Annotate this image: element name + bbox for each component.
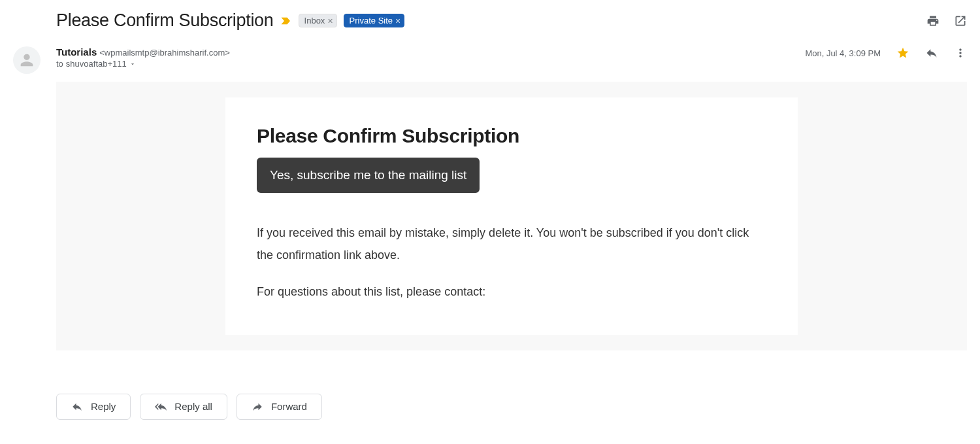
forward-icon xyxy=(252,401,263,413)
chevron-down-icon[interactable] xyxy=(129,61,136,67)
email-header: Please Confirm Subscription Inbox × Priv… xyxy=(13,10,967,31)
close-icon[interactable]: × xyxy=(327,16,333,26)
print-icon[interactable] xyxy=(926,14,939,27)
email-date: Mon, Jul 4, 3:09 PM xyxy=(805,48,881,58)
open-in-new-icon[interactable] xyxy=(954,14,967,27)
reply-all-label: Reply all xyxy=(174,401,212,412)
reply-all-button[interactable]: Reply all xyxy=(140,394,227,420)
sender-email: <wpmailsmtp@ibrahimsharif.com> xyxy=(99,48,230,58)
body-title: Please Confirm Subscription xyxy=(257,125,766,147)
to-recipient: shuvoaftab+111 xyxy=(66,59,127,69)
important-marker-icon[interactable] xyxy=(280,15,292,27)
label-chip-private-site[interactable]: Private Site × xyxy=(344,14,405,27)
to-prefix: to xyxy=(56,59,63,69)
reply-all-icon xyxy=(155,401,167,413)
reply-label: Reply xyxy=(91,401,116,412)
reply-actions-row: Reply Reply all Forward xyxy=(56,394,967,420)
forward-button[interactable]: Forward xyxy=(237,394,322,420)
body-paragraph-2: For questions about this list, please co… xyxy=(257,281,766,303)
reply-icon[interactable] xyxy=(925,46,938,60)
forward-label: Forward xyxy=(271,401,307,412)
label-chip-inbox[interactable]: Inbox × xyxy=(299,14,337,27)
more-vert-icon[interactable] xyxy=(954,46,967,60)
sender-name: Tutorials xyxy=(56,46,97,58)
email-subject: Please Confirm Subscription xyxy=(56,10,274,31)
avatar[interactable] xyxy=(13,46,41,74)
body-paragraph-1: If you received this email by mistake, s… xyxy=(257,222,766,266)
star-icon[interactable] xyxy=(896,46,909,60)
email-body-panel: Please Confirm Subscription Yes, subscri… xyxy=(56,82,967,350)
reply-button[interactable]: Reply xyxy=(56,394,131,420)
reply-icon xyxy=(71,401,83,413)
label-chip-text: Inbox xyxy=(304,16,325,26)
label-chip-text: Private Site xyxy=(350,16,393,26)
close-icon[interactable]: × xyxy=(395,16,400,26)
email-content-card: Please Confirm Subscription Yes, subscri… xyxy=(225,97,798,335)
confirm-subscription-button[interactable]: Yes, subscribe me to the mailing list xyxy=(257,158,480,193)
